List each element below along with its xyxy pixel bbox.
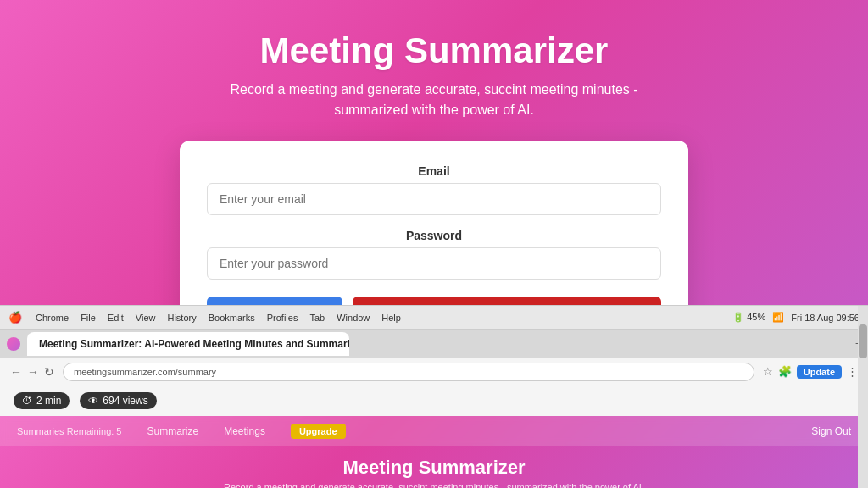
menu-file[interactable]: File bbox=[81, 313, 96, 323]
forward-button[interactable]: → bbox=[27, 365, 39, 379]
hero-section: Meeting Summarizer Record a meeting and … bbox=[0, 0, 868, 305]
views-value: 694 views bbox=[103, 395, 147, 407]
tab-title: Meeting Summarizer: AI-Powered Meeting M… bbox=[39, 338, 349, 350]
eye-icon: 👁 bbox=[88, 395, 98, 407]
address-bar[interactable]: meetingsummarizer.com/summary bbox=[63, 363, 754, 381]
menu-profiles[interactable]: Profiles bbox=[267, 313, 298, 323]
star-icon[interactable]: ☆ bbox=[763, 365, 773, 378]
reload-button[interactable]: ↻ bbox=[44, 365, 54, 379]
browser-menu: Chrome File Edit View History Bookmarks … bbox=[36, 313, 401, 323]
scrollbar[interactable] bbox=[858, 306, 868, 488]
wifi-icon: 📶 bbox=[772, 312, 784, 323]
time-badge: ⏱ 2 min bbox=[14, 392, 70, 409]
inner-summarize[interactable]: Summarize bbox=[147, 425, 199, 437]
menu-tab[interactable]: Tab bbox=[309, 313, 325, 323]
menu-window[interactable]: Window bbox=[337, 313, 370, 323]
menu-chrome[interactable]: Chrome bbox=[36, 313, 69, 323]
menu-edit[interactable]: Edit bbox=[108, 313, 124, 323]
email-field-group: Email bbox=[207, 164, 661, 215]
apple-icon: 🍎 bbox=[8, 311, 22, 324]
inner-content: Meeting Summarizer Record a meeting and … bbox=[0, 446, 868, 488]
page-subtitle: Record a meeting and generate accurate, … bbox=[214, 80, 654, 120]
time-value: 2 min bbox=[36, 395, 61, 407]
nav-buttons: ← → ↻ bbox=[10, 365, 54, 379]
scrollbar-thumb[interactable] bbox=[859, 324, 867, 358]
update-button[interactable]: Update bbox=[797, 365, 842, 379]
browser-tab-active[interactable]: Meeting Summarizer: AI-Powered Meeting M… bbox=[27, 332, 349, 356]
datetime: Fri 18 Aug 09:56 bbox=[791, 313, 860, 323]
menu-bookmarks[interactable]: Bookmarks bbox=[209, 313, 255, 323]
email-input[interactable] bbox=[207, 183, 661, 215]
more-button[interactable]: ⋮ bbox=[847, 365, 858, 378]
email-label: Email bbox=[207, 164, 661, 178]
page-title: Meeting Summarizer bbox=[260, 30, 609, 71]
inner-upgrade-button[interactable]: Upgrade bbox=[291, 424, 346, 439]
menu-history[interactable]: History bbox=[167, 313, 196, 323]
inner-signout-button[interactable]: Sign Out bbox=[811, 425, 851, 437]
views-badge: 👁 694 views bbox=[80, 392, 156, 409]
inner-app-preview: Summaries Remaining: 5 Summarize Meeting… bbox=[0, 416, 868, 488]
inner-title: Meeting Summarizer bbox=[342, 457, 525, 479]
back-button[interactable]: ← bbox=[10, 365, 22, 379]
browser-system-info: 🔋 45% 📶 Fri 18 Aug 09:56 bbox=[732, 312, 860, 323]
browser-tabbar: Meeting Summarizer: AI-Powered Meeting M… bbox=[0, 330, 868, 358]
menu-view[interactable]: View bbox=[136, 313, 156, 323]
clock-icon: ⏱ bbox=[22, 395, 32, 407]
inner-nav: Summaries Remaining: 5 Summarize Meeting… bbox=[0, 416, 868, 446]
browser-addressbar: ← → ↻ meetingsummarizer.com/summary ☆ 🧩 … bbox=[0, 358, 868, 385]
browser-menubar: 🍎 Chrome File Edit View History Bookmark… bbox=[0, 306, 868, 330]
password-field-group: Password bbox=[207, 229, 661, 280]
site-favicon bbox=[7, 337, 20, 351]
battery-icon: 🔋 45% bbox=[732, 312, 765, 323]
inner-subtitle: Record a meeting and generate accurate, … bbox=[224, 482, 644, 488]
browser-section: 🍎 Chrome File Edit View History Bookmark… bbox=[0, 305, 868, 488]
address-text: meetingsummarizer.com/summary bbox=[74, 367, 216, 377]
password-label: Password bbox=[207, 229, 661, 242]
extension-icon[interactable]: 🧩 bbox=[778, 365, 792, 378]
inner-meetings[interactable]: Meetings bbox=[224, 425, 265, 437]
menu-help[interactable]: Help bbox=[381, 313, 401, 323]
view-stats-bar: ⏱ 2 min 👁 694 views bbox=[0, 385, 868, 416]
password-input[interactable] bbox=[207, 247, 661, 280]
inner-remaining: Summaries Remaining: 5 bbox=[17, 426, 122, 436]
